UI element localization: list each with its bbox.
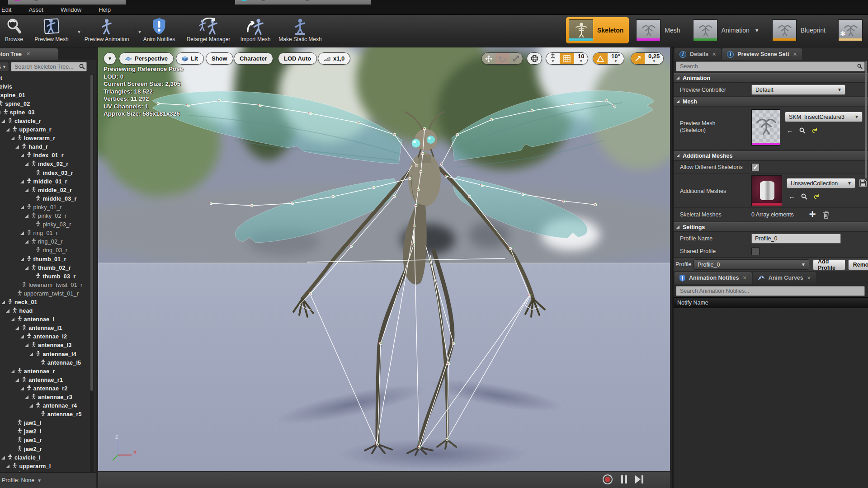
tree-bone-row[interactable]: thumb_03_r — [28, 272, 89, 281]
viewport-options-button[interactable]: ▼ — [104, 52, 116, 65]
expander-icon[interactable] — [24, 212, 31, 220]
tree-bone-row[interactable]: upperarm_l — [5, 462, 89, 470]
tree-bone-row[interactable]: pelvis — [0, 82, 89, 91]
additional-meshes-thumbnail[interactable] — [751, 175, 782, 206]
section-animation[interactable]: Animation — [674, 73, 868, 83]
preview-mesh-dropdown[interactable]: SKM_InsectCreature3 ▼ — [785, 112, 863, 122]
tree-bone-row[interactable]: spine_02 — [0, 99, 89, 108]
shared-profile-checkbox[interactable] — [751, 247, 760, 255]
details-scrollbar[interactable] — [865, 61, 867, 178]
tree-bone-row[interactable]: head — [5, 307, 89, 315]
asset-tab[interactable]: SKM_InsectCreature3 — [8, 0, 126, 5]
lit-mode-button[interactable]: Lit — [176, 52, 204, 65]
tree-bone-row[interactable]: ring_03_r — [28, 246, 89, 255]
tree-bone-row[interactable]: antennae_l2 — [19, 333, 89, 341]
tab-animation-notifies[interactable]: Animation Notifies ✕ — [675, 272, 752, 284]
expander-icon[interactable] — [24, 160, 31, 168]
grid-snap-value[interactable]: 10 ▼ — [574, 53, 588, 64]
mode-tab-extra[interactable]: ✱ — [835, 17, 868, 43]
section-mesh[interactable]: Mesh — [674, 97, 868, 106]
use-selected-icon[interactable]: ← — [788, 192, 795, 200]
expander-icon[interactable] — [28, 351, 35, 358]
tree-bone-row[interactable]: antennae_l — [9, 315, 89, 324]
expander-icon[interactable] — [5, 126, 12, 133]
tree-bone-row[interactable]: upperarm_twist_01_r — [9, 289, 89, 298]
scale-snap-toggle[interactable] — [631, 53, 645, 64]
mode-tab-skeleton[interactable]: Skeleton — [566, 17, 629, 43]
scale-tool-button[interactable] — [509, 53, 523, 64]
expander-icon[interactable] — [19, 204, 26, 211]
tree-bone-row[interactable]: jaw1_l — [9, 419, 89, 427]
profile-select-dropdown[interactable]: Profile_0 ▼ — [693, 259, 809, 270]
tree-bone-row[interactable]: antennae_r1 — [14, 375, 89, 384]
perspective-button[interactable]: Perspective — [119, 52, 174, 65]
expander-icon[interactable] — [0, 299, 7, 306]
playback-speed-button[interactable]: x1,0 — [318, 52, 350, 65]
tree-bone-row[interactable]: pinky_02_r — [24, 212, 89, 221]
tree-bone-row[interactable]: antennae_l5 — [33, 358, 89, 367]
step-forward-button[interactable] — [635, 475, 643, 483]
tree-scrollbar[interactable] — [90, 74, 94, 472]
mode-tab-animation[interactable]: Animation▼ — [690, 17, 765, 43]
mode-tab-mesh[interactable]: Mesh — [633, 17, 685, 43]
details-search-input[interactable] — [676, 61, 865, 71]
section-additional-meshes[interactable]: Additional Meshes — [674, 151, 868, 160]
show-menu-button[interactable]: Show — [206, 52, 233, 65]
tree-bone-row[interactable]: antennae_r3 — [24, 393, 89, 401]
tree-bone-row[interactable]: lowerarm_r — [9, 134, 89, 143]
save-collection-icon[interactable] — [859, 179, 867, 187]
menu-edit[interactable]: Edit — [0, 6, 20, 13]
rotate-tool-button[interactable] — [495, 53, 509, 64]
preview-controller-dropdown[interactable]: Default ▼ — [751, 84, 845, 95]
tree-bone-row[interactable]: jaw1_r — [9, 436, 89, 445]
reset-to-default-icon[interactable] — [811, 127, 818, 133]
expander-icon[interactable] — [19, 152, 26, 159]
expander-icon[interactable] — [5, 307, 12, 314]
browse-to-asset-icon[interactable] — [799, 127, 806, 134]
tree-bone-row[interactable]: middle_01_r — [19, 177, 89, 186]
tree-bone-row[interactable]: antennae_r5 — [33, 410, 89, 419]
tab-preview-scene-settings[interactable]: i Preview Scene Sett ✕ — [722, 48, 802, 60]
surface-snap-button[interactable]: ▼ — [546, 53, 560, 64]
tree-bone-row[interactable]: antennae_r4 — [28, 402, 89, 410]
expander-icon[interactable] — [19, 385, 26, 392]
preview-animation-button[interactable]: Preview Animation — [78, 17, 136, 46]
viewport[interactable]: ▼ Perspective Lit Show Character LOD Aut… — [98, 47, 670, 488]
tree-bone-row[interactable]: pinky_01_r — [19, 203, 89, 211]
scale-snap-value[interactable]: 0,25 ▼ — [645, 53, 663, 64]
expander-icon[interactable] — [24, 187, 31, 194]
tree-bone-row[interactable]: upperarm_r — [5, 126, 89, 134]
tree-bone-row[interactable]: ring_01_r — [19, 229, 89, 238]
preview-mesh-button[interactable]: Preview Mesh — [28, 17, 75, 46]
expander-icon[interactable] — [14, 376, 21, 384]
expander-icon[interactable] — [19, 178, 26, 185]
import-mesh-button[interactable]: Import Mesh — [237, 17, 274, 46]
browse-to-asset-icon[interactable] — [801, 193, 807, 200]
reset-to-default-icon[interactable] — [813, 193, 820, 199]
section-settings[interactable]: Settings — [674, 222, 868, 232]
tab-anim-curves[interactable]: Anim Curves ✕ — [753, 272, 816, 284]
menu-asset[interactable]: Asset — [20, 6, 52, 13]
tree-bone-row[interactable]: spine_01 — [0, 91, 89, 99]
tree-bone-row[interactable]: jaw2_l — [9, 427, 89, 436]
expander-icon[interactable] — [9, 316, 17, 323]
tree-bone-row[interactable]: antennae_r — [9, 367, 89, 375]
tree-bone-row[interactable]: clavicle_r — [0, 117, 89, 125]
asset-tab[interactable]: SKM_InsectCreature3_Skele — [235, 0, 371, 5]
expander-icon[interactable] — [0, 109, 3, 116]
tree-bone-row[interactable]: root — [0, 74, 89, 82]
tree-scrollbar-thumb[interactable] — [90, 75, 93, 391]
expander-icon[interactable] — [9, 135, 17, 142]
pause-button[interactable] — [621, 475, 627, 483]
world-local-toggle-button[interactable] — [527, 52, 542, 65]
expander-icon[interactable] — [0, 454, 7, 461]
tree-bone-row[interactable]: clavicle_l — [0, 453, 89, 462]
expander-icon[interactable] — [28, 402, 35, 409]
tree-bone-row[interactable]: lowerarm_twist_01_r — [14, 281, 89, 289]
tab-skeleton-tree[interactable]: Skeleton Tree ✕ — [0, 48, 58, 60]
additional-meshes-dropdown[interactable]: UnsavedCollection ▼ — [787, 178, 855, 188]
close-icon[interactable]: ✕ — [712, 52, 716, 57]
expander-icon[interactable] — [0, 117, 7, 125]
retarget-manager-button[interactable]: Retarget Manager — [181, 17, 236, 46]
expander-icon[interactable] — [9, 368, 17, 375]
